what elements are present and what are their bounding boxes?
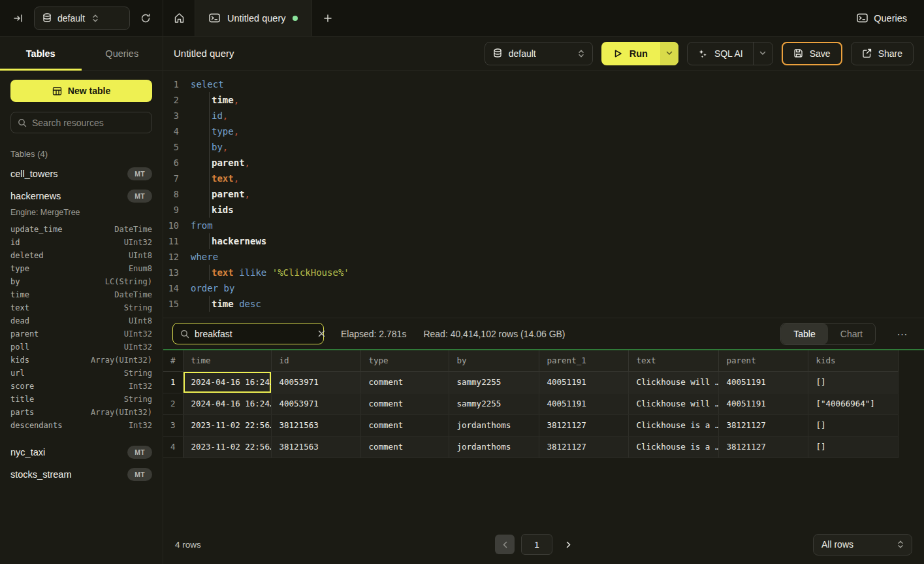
column-row[interactable]: kidsArray(UInt32) bbox=[10, 354, 152, 367]
view-table-button[interactable]: Table bbox=[781, 323, 827, 344]
table-item[interactable]: cell_towersMT bbox=[10, 163, 152, 185]
sql-ai-button[interactable]: SQL AI bbox=[688, 42, 753, 65]
cell[interactable]: 38121127 bbox=[539, 414, 628, 436]
column-row[interactable]: descendantsInt32 bbox=[10, 419, 152, 432]
engine-badge: MT bbox=[127, 190, 152, 203]
new-table-button[interactable]: New table bbox=[10, 80, 152, 102]
cell[interactable]: Clickhouse is a … bbox=[628, 414, 718, 436]
column-header-time[interactable]: time bbox=[183, 350, 271, 371]
column-header-parent_1[interactable]: parent_1 bbox=[539, 350, 628, 371]
next-page-button[interactable] bbox=[559, 535, 577, 554]
cell[interactable]: Clickhouse will … bbox=[628, 393, 718, 414]
column-header-id[interactable]: id bbox=[271, 350, 360, 371]
cell[interactable]: 40051191 bbox=[718, 393, 808, 414]
cell[interactable]: jordanthoms bbox=[449, 414, 539, 436]
cell[interactable]: 2023-11-02 22:56… bbox=[183, 414, 271, 436]
home-tab[interactable] bbox=[163, 0, 195, 36]
column-header-type[interactable]: type bbox=[360, 350, 449, 371]
run-options-button[interactable] bbox=[660, 42, 678, 65]
cell[interactable]: 38121127 bbox=[539, 436, 628, 457]
cell[interactable]: 2024-04-16 16:24… bbox=[183, 393, 271, 414]
cell[interactable]: 40053971 bbox=[271, 393, 360, 414]
chevron-updown-icon bbox=[897, 540, 904, 549]
new-tab-button[interactable] bbox=[312, 0, 343, 36]
cell[interactable]: [] bbox=[808, 436, 898, 457]
cell[interactable]: 38121127 bbox=[718, 414, 808, 436]
column-row[interactable]: urlString bbox=[10, 367, 152, 380]
save-label: Save bbox=[810, 48, 831, 59]
cell[interactable]: 38121127 bbox=[718, 436, 808, 457]
table-item[interactable]: hackernewsMT bbox=[10, 185, 152, 207]
cell[interactable]: comment bbox=[360, 393, 449, 414]
code-text: kids bbox=[187, 202, 234, 218]
sidebar-tab-tables[interactable]: Tables bbox=[0, 37, 82, 70]
sidebar-collapse-button[interactable] bbox=[9, 9, 27, 27]
sidebar-search[interactable] bbox=[10, 112, 152, 133]
chevron-updown-icon bbox=[92, 14, 99, 23]
column-row[interactable]: timeDateTime bbox=[10, 288, 152, 301]
run-button[interactable]: Run bbox=[601, 42, 660, 65]
page-size-select[interactable]: All rows bbox=[813, 534, 912, 556]
cell[interactable]: 2023-11-02 22:56… bbox=[183, 436, 271, 457]
sidebar-search-input[interactable] bbox=[32, 118, 150, 128]
column-header-parent[interactable]: parent bbox=[718, 350, 808, 371]
column-row[interactable]: byLC(String) bbox=[10, 275, 152, 288]
tab-untitled-query[interactable]: Untitled query bbox=[195, 0, 312, 36]
cell[interactable]: ["40066964"] bbox=[808, 393, 898, 414]
cell[interactable]: sammy2255 bbox=[449, 393, 539, 414]
column-header-by[interactable]: by bbox=[449, 350, 539, 371]
cell[interactable]: 40051191 bbox=[718, 371, 808, 393]
column-row[interactable]: idUInt32 bbox=[10, 236, 152, 249]
column-header-text[interactable]: text bbox=[628, 350, 718, 371]
topbar-database-select[interactable]: default bbox=[34, 7, 130, 30]
column-row[interactable]: deadUInt8 bbox=[10, 314, 152, 327]
clear-search-icon[interactable] bbox=[318, 330, 325, 337]
column-row[interactable]: pollUInt32 bbox=[10, 340, 152, 354]
cell[interactable]: 40053971 bbox=[271, 371, 360, 393]
code-token: parent bbox=[212, 189, 245, 199]
cell[interactable]: comment bbox=[360, 414, 449, 436]
column-row[interactable]: deletedUInt8 bbox=[10, 249, 152, 262]
cell[interactable]: 38121563 bbox=[271, 414, 360, 436]
selected-cell[interactable]: 2024-04-16 16:24… bbox=[183, 371, 271, 393]
view-chart-button[interactable]: Chart bbox=[828, 323, 875, 344]
sql-editor[interactable]: 1select2time,3id,4type,5by,6parent,7text… bbox=[163, 71, 924, 318]
cell[interactable]: Clickhouse will … bbox=[628, 371, 718, 393]
column-row[interactable]: partsArray(UInt32) bbox=[10, 406, 152, 419]
prev-page-button[interactable] bbox=[495, 535, 515, 554]
sidebar-tab-queries[interactable]: Queries bbox=[82, 37, 163, 70]
results-search[interactable] bbox=[172, 323, 324, 344]
results-search-input[interactable] bbox=[195, 329, 313, 339]
cell[interactable]: comment bbox=[360, 436, 449, 457]
cell[interactable]: 40051191 bbox=[539, 393, 628, 414]
engine-badge: MT bbox=[127, 446, 152, 459]
cell[interactable]: 40051191 bbox=[539, 371, 628, 393]
cell[interactable]: sammy2255 bbox=[449, 371, 539, 393]
column-row[interactable]: titleString bbox=[10, 393, 152, 406]
cell[interactable]: jordanthoms bbox=[449, 436, 539, 457]
editor-database-select[interactable]: default bbox=[485, 42, 593, 65]
page-number-input[interactable]: 1 bbox=[521, 534, 552, 555]
table-item[interactable]: nyc_taxiMT bbox=[10, 441, 152, 463]
queries-nav-button[interactable]: Queries bbox=[857, 0, 924, 36]
cell[interactable]: [] bbox=[808, 414, 898, 436]
column-header-kids[interactable]: kids bbox=[808, 350, 898, 371]
column-row[interactable]: scoreInt32 bbox=[10, 380, 152, 393]
code-token: ilike bbox=[239, 267, 266, 278]
table-item[interactable]: stocks_streamMT bbox=[10, 463, 152, 486]
cell[interactable]: Clickhouse is a … bbox=[628, 436, 718, 457]
column-row[interactable]: parentUInt32 bbox=[10, 327, 152, 340]
cell[interactable]: 38121563 bbox=[271, 436, 360, 457]
column-row[interactable]: typeEnum8 bbox=[10, 262, 152, 275]
cell[interactable]: comment bbox=[360, 371, 449, 393]
sql-ai-options-button[interactable] bbox=[753, 42, 773, 65]
refresh-button[interactable] bbox=[136, 9, 155, 27]
save-button[interactable]: Save bbox=[782, 42, 842, 65]
view-toggle: Table Chart bbox=[780, 323, 876, 345]
column-row[interactable]: update_timeDateTime bbox=[10, 223, 152, 236]
code-text: id, bbox=[187, 108, 228, 124]
cell[interactable]: [] bbox=[808, 371, 898, 393]
column-row[interactable]: textString bbox=[10, 301, 152, 314]
more-options-button[interactable]: … bbox=[893, 325, 915, 342]
share-button[interactable]: Share bbox=[851, 42, 914, 65]
